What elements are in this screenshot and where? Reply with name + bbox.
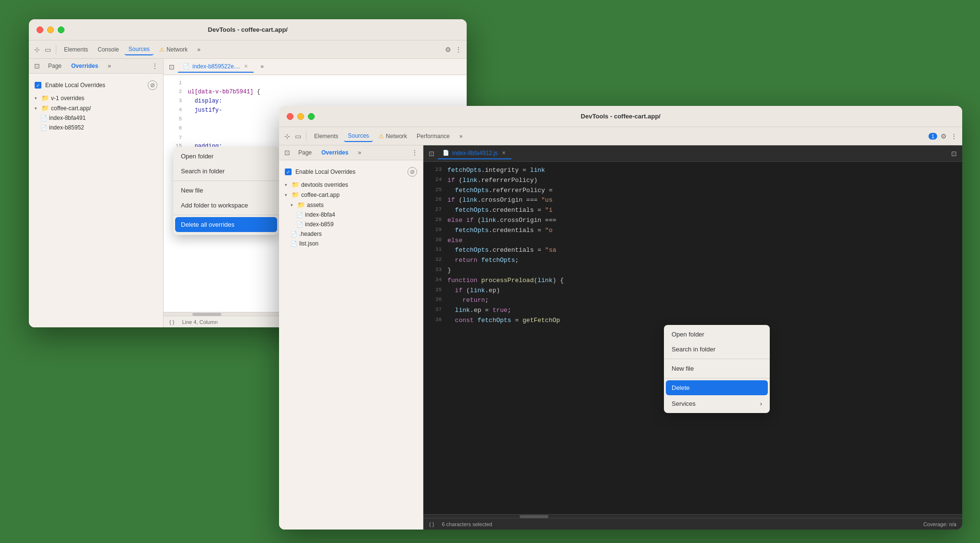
maximize-button-front[interactable] xyxy=(308,113,315,120)
code-tabs-front: ⊡ 📄 index-8bfa4912.js ✕ ⊡ xyxy=(423,145,962,162)
ctx-new-file-front[interactable]: New file xyxy=(664,361,770,376)
tree-root-back[interactable]: ▾ 📁 v-1 overrides xyxy=(29,93,163,103)
tree-subchild-label-front: assets xyxy=(307,202,324,208)
ctx-open-folder-front[interactable]: Open folder xyxy=(664,327,770,342)
ln-30: 30 xyxy=(427,236,442,246)
device-icon[interactable]: ▭ xyxy=(43,45,52,54)
tab-sources-front[interactable]: Sources xyxy=(344,130,373,142)
tree-child-back[interactable]: ▾ 📁 coffee-cart.app/ xyxy=(29,103,163,113)
sidebar-tab-page-front[interactable]: Page xyxy=(295,148,315,157)
tree-listjson-front[interactable]: 📄 list.json xyxy=(279,239,423,248)
tab-more-back[interactable]: » xyxy=(193,44,204,55)
close-button-front[interactable] xyxy=(287,113,293,120)
sidebar-tab-page-back[interactable]: Page xyxy=(45,62,64,70)
toolbar-front: ⊹ ▭ Elements Sources ⚠ Network Performan… xyxy=(279,127,962,145)
settings-icon-back[interactable]: ⚙ xyxy=(444,45,452,54)
window-title-front: DevTools - coffee-cart.app/ xyxy=(581,113,661,120)
ln-24: 24 xyxy=(427,176,442,186)
cl-28: else if (link.crossOrigin === xyxy=(447,216,556,226)
status-bar-front: { } 6 characters selected Coverage: n/a xyxy=(423,518,962,530)
panel-close-icon-front[interactable]: ⊡ xyxy=(950,149,958,158)
device-icon-front[interactable]: ▭ xyxy=(293,132,302,141)
ln-28: 28 xyxy=(427,216,442,226)
cl-37: link.ep = true; xyxy=(447,306,511,316)
code-tab-close-front[interactable]: ✕ xyxy=(501,150,507,155)
sidebar-tab-overrides-back[interactable]: Overrides xyxy=(68,62,101,70)
tree-root-label-back: v-1 overrides xyxy=(51,95,84,102)
enable-overrides-checkbox-back[interactable]: ✓ xyxy=(35,82,41,89)
inspect-icon[interactable]: ⊹ xyxy=(33,45,41,54)
sidebar-content-front: ✓ Enable Local Overrides ⊘ ▾ 📁 devtools … xyxy=(279,160,423,530)
code-line-32: 32 return fetchOpts; xyxy=(423,256,962,266)
tab-network-back[interactable]: ⚠ Network xyxy=(155,44,191,55)
main-layout-front: ⊡ Page Overrides » ⋮ ✓ Enable Local Over… xyxy=(279,145,962,530)
scrollbar-front[interactable] xyxy=(423,514,962,518)
tree-file2-front[interactable]: 📄 index-b859 xyxy=(279,220,423,229)
code-toggle-back[interactable]: ⊡ xyxy=(167,63,176,71)
sidebar-toggle-front[interactable]: ⊡ xyxy=(283,148,292,157)
code-tab-more-back[interactable]: » xyxy=(255,61,268,73)
tree-child-front[interactable]: ▾ 📁 coffee-cart.app xyxy=(279,190,423,200)
line-num-3: 3 xyxy=(167,97,182,106)
tree-file1-front[interactable]: 📄 index-8bfa4 xyxy=(279,210,423,220)
sidebar-more-front[interactable]: ⋮ xyxy=(410,148,419,157)
ctx-new-file-back[interactable]: New file xyxy=(173,183,279,198)
code-tab-close-back[interactable]: ✕ xyxy=(243,64,249,69)
code-line-1-back: 1 xyxy=(164,79,467,88)
code-line-36: 36 return; xyxy=(423,296,962,306)
cl-29: fetchOpts.credentials = "o xyxy=(447,226,552,236)
tree-root-front[interactable]: ▾ 📁 devtools overrides xyxy=(279,180,423,190)
more-icon-front[interactable]: ⋮ xyxy=(950,132,958,141)
tab-elements-back[interactable]: Elements xyxy=(60,44,92,55)
tab-performance-front[interactable]: Performance xyxy=(413,131,454,142)
settings-icon-front[interactable]: ⚙ xyxy=(939,132,948,141)
code-line-24: 24 if (link.referrerPolicy) xyxy=(423,176,962,186)
tab-network-front[interactable]: ⚠ Network xyxy=(375,131,411,142)
cl-31: fetchOpts.credentials = "sa xyxy=(447,246,556,256)
tab-elements-front[interactable]: Elements xyxy=(310,131,342,142)
tree-subchild-front[interactable]: ▾ 📁 assets xyxy=(279,200,423,210)
minimize-button-front[interactable] xyxy=(297,113,304,120)
maximize-button-back[interactable] xyxy=(58,26,64,33)
code-tab-file-front[interactable]: 📄 index-8bfa4912.js ✕ xyxy=(438,148,511,159)
clear-overrides-front[interactable]: ⊘ xyxy=(407,167,417,177)
enable-overrides-checkbox-front[interactable]: ✓ xyxy=(285,168,292,175)
tab-sources-back[interactable]: Sources xyxy=(125,44,153,55)
cl-35: if (link.ep) xyxy=(447,286,500,296)
ln-31: 31 xyxy=(427,246,442,256)
sidebar-tab-overrides-front[interactable]: Overrides xyxy=(318,148,351,157)
sidebar-tab-more-front[interactable]: » xyxy=(355,148,364,157)
tree-file1-label-front: index-8bfa4 xyxy=(305,211,335,218)
tree-root-label-front: devtools overrides xyxy=(301,181,348,188)
tab-console-back[interactable]: Console xyxy=(94,44,123,55)
sidebar-more-back[interactable]: ⋮ xyxy=(151,62,159,70)
listjson-icon-front: 📄 xyxy=(291,241,297,247)
more-icon-back[interactable]: ⋮ xyxy=(454,45,463,54)
tree-file2-back[interactable]: 📄 index-b85952 xyxy=(29,123,163,132)
tree-file1-back[interactable]: 📄 index-8bfa491 xyxy=(29,113,163,123)
sidebar-toggle-back[interactable]: ⊡ xyxy=(33,62,41,70)
code-toggle-front[interactable]: ⊡ xyxy=(427,149,436,158)
cl-38: const fetchOpts = getFetchOp xyxy=(447,316,560,326)
code-tab-file-back[interactable]: 📄 index-b859522e.... ✕ xyxy=(178,61,254,73)
sidebar-content-back: ✓ Enable Local Overrides ⊘ ▾ 📁 v-1 overr… xyxy=(29,74,163,327)
ctx-open-folder-back[interactable]: Open folder xyxy=(173,149,279,164)
close-button-back[interactable] xyxy=(37,26,43,33)
tree-headers-front[interactable]: 📄 .headers xyxy=(279,229,423,239)
tree-file1-label-back: index-8bfa491 xyxy=(49,115,86,121)
clear-overrides-back[interactable]: ⊘ xyxy=(148,80,157,90)
sidebar-tab-more-back[interactable]: » xyxy=(105,62,114,70)
ctx-delete-all-back[interactable]: Delete all overrides xyxy=(175,217,277,232)
ctx-delete-front[interactable]: Delete xyxy=(666,380,768,395)
line-num-1: 1 xyxy=(167,79,182,88)
ctx-add-folder-back[interactable]: Add folder to workspace xyxy=(173,198,279,213)
ctx-services-front[interactable]: Services › xyxy=(664,396,770,411)
ctx-search-front[interactable]: Search in folder xyxy=(664,342,770,357)
ctx-search-back[interactable]: Search in folder xyxy=(173,164,279,179)
minimize-button-back[interactable] xyxy=(47,26,54,33)
inspect-icon-front[interactable]: ⊹ xyxy=(283,132,292,141)
tab-more-front[interactable]: » xyxy=(456,131,467,142)
headers-icon-front: 📄 xyxy=(291,231,297,237)
file1-icon-back: 📄 xyxy=(40,115,47,121)
sidebar-tabs-front: ⊡ Page Overrides » ⋮ xyxy=(279,145,423,160)
